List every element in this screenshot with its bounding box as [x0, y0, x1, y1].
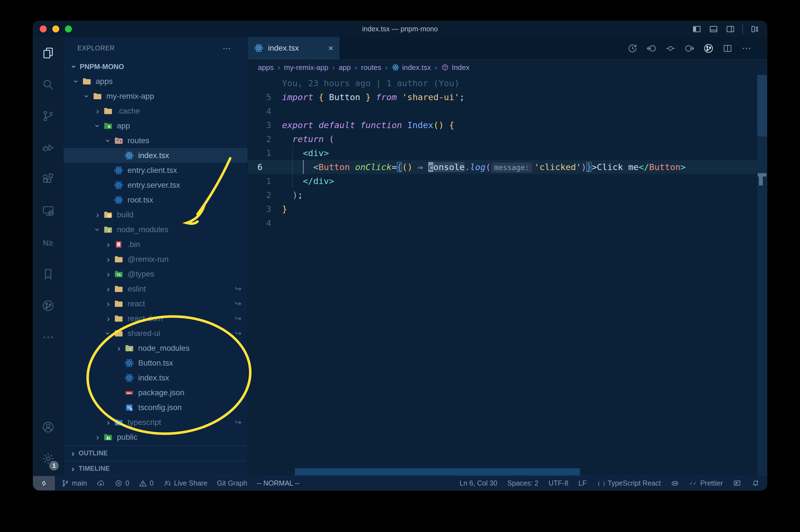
tree-row-node-modules[interactable]: ›JSnode_modules	[63, 222, 248, 237]
status-encoding[interactable]: UTF-8	[549, 479, 568, 487]
status-eol[interactable]: LF	[578, 479, 587, 487]
code-line[interactable]: 2);	[248, 188, 757, 202]
status-errors[interactable]: 0	[114, 479, 129, 488]
code-line[interactable]: 4	[248, 216, 757, 230]
tree-row-index.tsx[interactable]: index.tsx	[63, 370, 248, 385]
tree-row-tsconfig.json[interactable]: TStsconfig.json	[63, 400, 248, 415]
activity-bar-item-search[interactable]	[33, 69, 63, 100]
tree-row-entry.client.tsx[interactable]: entry.client.tsx	[63, 163, 248, 177]
line-number: 3	[248, 118, 282, 132]
activity-bar-item-git-graph[interactable]	[33, 290, 63, 321]
tree-item-label: node_modules	[117, 225, 168, 234]
close-tab-icon[interactable]: ×	[328, 43, 334, 53]
tree-row-typescript[interactable]: ›TStypescript↪	[63, 415, 248, 430]
vscode-window: index.tsx — pnpm-mono N≥ 1 EXPLORER ⋯ › …	[33, 21, 767, 490]
breadcrumb-item-app[interactable]: app	[339, 63, 351, 72]
tab-index-tsx[interactable]: index.tsx ×	[248, 37, 340, 59]
activity-bar-item-remote-explorer[interactable]	[33, 195, 63, 227]
gitlens-graph-icon[interactable]	[703, 43, 714, 54]
activity-bar-item-accounts[interactable]	[33, 411, 63, 443]
tree-row-index.tsx[interactable]: index.tsx	[63, 148, 248, 163]
breadcrumb-item-my-remix-app[interactable]: my-remix-app	[284, 63, 328, 72]
tree-row-public[interactable]: ›public	[63, 430, 248, 444]
tree-row-my-remix-app[interactable]: ›my-remix-app	[63, 89, 248, 103]
activity-bar-item-bookmarks[interactable]	[33, 258, 63, 290]
code-line[interactable]: 5import { Button } from 'shared-ui';	[248, 90, 757, 104]
gitlens-blame-line[interactable]: You, 23 hours ago | 1 author (You)	[248, 76, 757, 90]
activity-bar-item-run-debug[interactable]	[33, 132, 63, 163]
tree-row-app[interactable]: ›app	[63, 118, 248, 133]
vertical-scrollbar-thumb[interactable]	[757, 75, 767, 136]
tree-row-build[interactable]: ›build	[63, 207, 248, 222]
activity-bar-item-more[interactable]	[33, 321, 63, 353]
tree-row-react-dom[interactable]: ›react-dom↪	[63, 311, 248, 326]
status-git-graph[interactable]: Git Graph	[217, 479, 247, 487]
workspace-root-row[interactable]: › PNPM-MONO	[63, 59, 248, 74]
activity-bar-item-extensions[interactable]	[33, 163, 63, 195]
activity-bar-item-files[interactable]	[33, 37, 63, 69]
code-line[interactable]: 4	[248, 104, 757, 118]
tree-row-package.json[interactable]: npmpackage.json	[63, 385, 248, 400]
tree-row-react[interactable]: ›react↪	[63, 296, 248, 311]
tree-row-entry.server.tsx[interactable]: entry.server.tsx	[63, 177, 248, 192]
breadcrumb-item-Index[interactable]: Index	[441, 63, 470, 72]
code-line[interactable]: 3export default function Index() {	[248, 118, 757, 132]
split-editor-icon[interactable]	[722, 43, 733, 54]
more-actions-icon[interactable]	[741, 43, 752, 54]
status-copilot[interactable]	[671, 479, 679, 488]
tree-row-@types[interactable]: ›TS@types	[63, 267, 248, 281]
tree-row-apps[interactable]: ›apps	[63, 74, 248, 89]
toggle-panel-icon[interactable]	[709, 24, 718, 34]
bookmarks-icon	[41, 267, 55, 281]
tree-row-Button.tsx[interactable]: Button.tsx	[63, 356, 248, 370]
remote-window-icon	[40, 479, 48, 488]
git-graph-icon	[41, 299, 55, 312]
code-line[interactable]: 3}	[248, 202, 757, 216]
status-indentation[interactable]: Spaces: 2	[508, 479, 538, 487]
customize-layout-icon[interactable]	[750, 24, 760, 34]
code-line[interactable]: 6<Button onClick={() ⇒ console.log(messa…	[248, 160, 757, 174]
status-publish[interactable]	[96, 479, 105, 488]
activity-bar-item-nx-console[interactable]: N≥	[33, 227, 63, 258]
status-notifications[interactable]	[751, 479, 760, 488]
change-prev-icon[interactable]	[646, 43, 657, 54]
react-icon	[114, 195, 123, 205]
tree-row-.bin[interactable]: ›0110.bin	[63, 237, 248, 252]
status-feedback[interactable]	[733, 479, 741, 488]
toggle-secondary-sidebar-icon[interactable]	[726, 24, 735, 34]
code-line[interactable]: 1<div>	[248, 146, 757, 160]
toggle-primary-sidebar-icon[interactable]	[692, 24, 702, 34]
activity-bar-item-source-control[interactable]	[33, 100, 63, 132]
remote-window-indicator[interactable]	[33, 476, 55, 490]
activity-bar-item-settings[interactable]: 1	[33, 443, 63, 474]
tree-row-eslint[interactable]: ›eslint↪	[63, 281, 248, 296]
tree-row-node-modules[interactable]: ›JSnode_modules	[63, 341, 248, 356]
status-vim-mode[interactable]: -- NORMAL --	[257, 479, 300, 487]
breadcrumb-item-index.tsx[interactable]: index.tsx	[392, 63, 431, 72]
code-editor[interactable]: You, 23 hours ago | 1 author (You)5impor…	[248, 75, 757, 476]
vertical-scrollbar[interactable]	[757, 75, 767, 476]
commit-icon[interactable]	[665, 43, 676, 54]
tree-row-routes[interactable]: ›routes	[63, 133, 248, 148]
status-cursor-position[interactable]: Ln 6, Col 30	[460, 479, 497, 487]
tree-row-.cache[interactable]: ›.cache	[63, 103, 248, 118]
status-warnings[interactable]: 0	[139, 479, 154, 488]
tree-row-root.tsx[interactable]: root.tsx	[63, 192, 248, 207]
breadcrumb-item-apps[interactable]: apps	[258, 63, 273, 72]
history-icon[interactable]	[627, 43, 638, 54]
status-language-mode[interactable]: { }TypeScript React	[597, 479, 661, 488]
change-next-icon[interactable]	[684, 43, 695, 54]
status-live-share[interactable]: Live Share	[163, 479, 208, 488]
folder-public-icon	[103, 433, 113, 442]
outline-section-header[interactable]: › OUTLINE	[63, 445, 248, 461]
code-line[interactable]: 1</div>	[248, 174, 757, 188]
tree-row-shared-ui[interactable]: ›shared-ui↪	[63, 326, 248, 341]
status-branch[interactable]: main	[61, 479, 87, 488]
explorer-more-actions-icon[interactable]: ⋯	[223, 43, 232, 53]
status-formatter[interactable]: ✓✓Prettier	[689, 479, 723, 488]
tree-row-@remix-run[interactable]: ›@remix-run	[63, 252, 248, 267]
horizontal-scrollbar-thumb[interactable]	[295, 468, 580, 475]
code-line[interactable]: 2return (	[248, 132, 757, 146]
timeline-section-header[interactable]: › TIMELINE	[63, 461, 248, 476]
breadcrumb-item-routes[interactable]: routes	[361, 63, 381, 72]
